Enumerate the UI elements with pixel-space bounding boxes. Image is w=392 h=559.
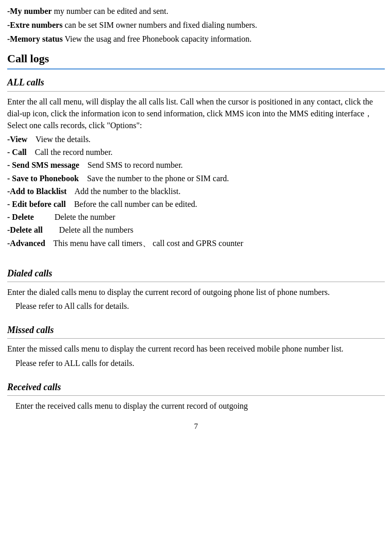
missed-calls-subheading: Missed calls [7, 323, 385, 339]
menu-item-save-phonebook: - Save to Phonebook Save the number to t… [7, 172, 385, 184]
menu-item-sms: - Send SMS message Send SMS to record nu… [7, 159, 385, 171]
dialed-calls-body: Enter the dialed calls menu to display t… [7, 283, 385, 317]
menu-item-view: -View View the details. [7, 133, 385, 145]
extre-numbers-line: -Extre numbers can be set SIM owner numb… [7, 19, 385, 31]
page-number: 7 [7, 421, 385, 432]
menu-item-sms-desc: Send SMS to record number. [87, 161, 183, 169]
dialed-calls-desc1: Enter the dialed calls menu to display t… [7, 286, 385, 298]
dialed-calls-desc2: Please refer to All calls for details. [7, 300, 385, 312]
my-number-desc: my number can be edited and sent. [54, 7, 169, 15]
missed-calls-body: Enter the missed calls menu to display t… [7, 340, 385, 374]
received-calls-body: Enter the received calls menu to display… [7, 397, 385, 417]
menu-item-blacklist-label: -Add to Blacklist [7, 187, 67, 196]
menu-item-advanced-desc: This menu have call timers、 call cost an… [54, 239, 243, 248]
missed-calls-desc2: Please refer to ALL calls for details. [7, 357, 385, 369]
menu-item-delete-label: - Delete [7, 213, 34, 221]
intro-section: -My number my number can be edited and s… [7, 5, 385, 45]
menu-item-delete-all: -Delete all Delete all the numbers [7, 224, 385, 236]
menu-item-view-desc: View the details. [35, 135, 91, 144]
missed-calls-desc1: Enter the missed calls menu to display t… [7, 343, 385, 355]
extre-numbers-label: -Extre numbers [7, 21, 63, 29]
menu-item-call-desc: Call the record number. [35, 148, 113, 156]
received-calls-desc1: Enter the received calls menu to display… [7, 400, 385, 412]
menu-item-edit-before-call-desc: Before the call number can be edited. [74, 200, 197, 208]
all-calls-description: Enter the all call menu, will display th… [7, 96, 385, 132]
menu-item-save-phonebook-desc: Save the number to the phone or SIM card… [87, 174, 229, 183]
memory-status-line: -Memory status View the usag and free Ph… [7, 33, 385, 45]
menu-item-call: - Call Call the record number. [7, 146, 385, 158]
menu-item-blacklist-desc: Add the number to the blacklist. [75, 187, 181, 196]
received-calls-subheading: Received calls [7, 380, 385, 396]
menu-item-sms-label: - Send SMS message [7, 161, 79, 169]
all-calls-body: Enter the all call menu, will display th… [7, 93, 385, 253]
menu-item-advanced-label: -Advanced [7, 239, 45, 248]
menu-item-edit-before-call-label: - Edit before call [7, 200, 66, 208]
menu-item-view-label: -View [7, 135, 27, 144]
menu-item-save-phonebook-label: - Save to Phonebook [7, 174, 79, 183]
menu-item-edit-before-call: - Edit before call Before the call numbe… [7, 198, 385, 210]
menu-item-delete-all-label: -Delete all [7, 225, 43, 234]
all-calls-subheading: ALL calls [7, 76, 385, 91]
extre-numbers-desc: can be set SIM owner numbers and fixed d… [65, 21, 257, 29]
dialed-calls-subheading: Dialed calls [7, 267, 385, 282]
menu-item-call-label: - Call [7, 148, 27, 156]
my-number-label: -My number [7, 7, 52, 15]
memory-status-desc: View the usag and free Phonebook capacit… [65, 34, 252, 43]
call-logs-heading: Call logs [7, 50, 385, 70]
menu-item-delete: - Delete Delete the number [7, 211, 385, 223]
menu-item-delete-all-desc: Delete all the numbers [59, 225, 133, 234]
my-number-line: -My number my number can be edited and s… [7, 5, 385, 17]
memory-status-label: -Memory status [7, 34, 63, 43]
menu-item-delete-desc: Delete the number [55, 213, 115, 221]
menu-item-advanced: -Advanced This menu have call timers、 ca… [7, 237, 385, 249]
menu-item-blacklist: -Add to Blacklist Add the number to the … [7, 185, 385, 197]
